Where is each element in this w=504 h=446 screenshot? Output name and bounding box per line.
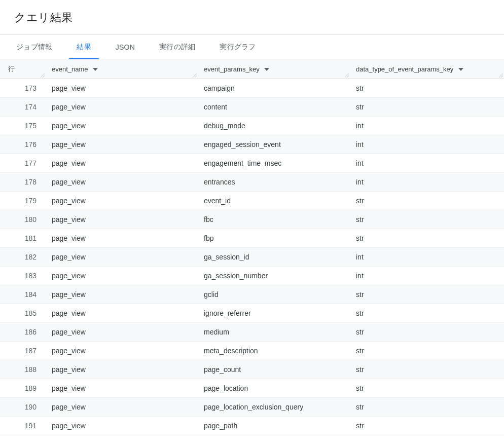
cell-data-type: int [350,267,504,285]
cell-data-type: str [350,323,504,342]
cell-data-type: str [350,417,504,435]
results-header: クエリ結果 [0,0,504,35]
tab-label: JSON [116,43,135,51]
cell-row-number: 176 [0,135,46,154]
table-row[interactable]: 188page_viewpage_countstr [0,360,504,379]
cell-event-name: page_view [46,192,198,210]
cell-data-type: str [350,285,504,304]
column-header-event-params-key[interactable]: event_params_key [198,59,350,79]
table-row[interactable]: 184page_viewgclidstr [0,285,504,304]
cell-event-params-key: page_location [198,379,350,398]
cell-row-number: 174 [0,98,46,117]
cell-data-type: str [350,360,504,379]
cell-event-name: page_view [46,79,198,98]
table-row[interactable]: 181page_viewfbpstr [0,229,504,248]
cell-event-name: page_view [46,417,198,435]
cell-row-number: 181 [0,229,46,248]
cell-row-number: 182 [0,248,46,267]
cell-row-number: 186 [0,323,46,342]
resize-handle-icon[interactable] [192,72,197,78]
cell-row-number: 189 [0,379,46,398]
cell-event-name: page_view [46,117,198,135]
table-row[interactable]: 178page_viewentrancesint [0,173,504,192]
table-row[interactable]: 180page_viewfbcstr [0,210,504,229]
table-body: 173page_viewcampaignstr174page_viewconte… [0,79,504,435]
tab-4[interactable]: 実行グラフ [211,35,264,59]
cell-row-number: 188 [0,360,46,379]
cell-row-number: 177 [0,154,46,173]
cell-data-type: str [350,342,504,360]
tab-0[interactable]: ジョブ情報 [8,35,60,59]
tab-label: 結果 [77,43,91,52]
table-row[interactable]: 176page_viewengaged_session_eventint [0,135,504,154]
table-row[interactable]: 177page_viewengagement_time_msecint [0,154,504,173]
resize-handle-icon[interactable] [344,72,349,78]
table-row[interactable]: 183page_viewga_session_numberint [0,267,504,285]
cell-event-name: page_view [46,342,198,360]
cell-data-type: int [350,154,504,173]
cell-row-number: 187 [0,342,46,360]
cell-data-type: str [350,98,504,117]
cell-event-name: page_view [46,229,198,248]
cell-event-params-key: medium [198,323,350,342]
column-header-row-number[interactable]: 行 [0,59,46,79]
cell-row-number: 179 [0,192,46,210]
cell-event-name: page_view [46,173,198,192]
cell-row-number: 173 [0,79,46,98]
cell-event-name: page_view [46,323,198,342]
tab-3[interactable]: 実行の詳細 [151,35,203,59]
cell-row-number: 191 [0,417,46,435]
table-row[interactable]: 173page_viewcampaignstr [0,79,504,98]
column-header-data-type[interactable]: data_type_of_event_params_key [350,59,504,79]
table-row[interactable]: 190page_viewpage_location_exclusion_quer… [0,398,504,417]
tab-1[interactable]: 結果 [68,35,99,59]
column-label: data_type_of_event_params_key [356,65,453,73]
tab-bar: ジョブ情報結果JSON実行の詳細実行グラフ [0,35,504,59]
cell-event-name: page_view [46,154,198,173]
cell-data-type: int [350,248,504,267]
cell-event-params-key: entrances [198,173,350,192]
cell-row-number: 184 [0,285,46,304]
cell-data-type: str [350,398,504,417]
cell-event-params-key: debug_mode [198,117,350,135]
cell-event-params-key: engagement_time_msec [198,154,350,173]
cell-event-name: page_view [46,360,198,379]
table-row[interactable]: 189page_viewpage_locationstr [0,379,504,398]
table-row[interactable]: 187page_viewmeta_descriptionstr [0,342,504,360]
table-row[interactable]: 179page_viewevent_idstr [0,192,504,210]
table-row[interactable]: 186page_viewmediumstr [0,323,504,342]
column-label: 行 [8,65,15,72]
cell-event-name: page_view [46,379,198,398]
cell-event-params-key: page_location_exclusion_query [198,398,350,417]
table-row[interactable]: 182page_viewga_session_idint [0,248,504,267]
table-row[interactable]: 175page_viewdebug_modeint [0,117,504,135]
cell-event-params-key: page_path [198,417,350,435]
cell-event-params-key: campaign [198,79,350,98]
tab-2[interactable]: JSON [107,35,143,59]
cell-data-type: str [350,379,504,398]
cell-event-params-key: page_count [198,360,350,379]
column-label: event_name [52,65,88,73]
cell-data-type: int [350,117,504,135]
column-header-event-name[interactable]: event_name [46,59,198,79]
cell-event-params-key: event_id [198,192,350,210]
table-header-row: 行 event_name event_params_key [0,59,504,79]
cell-event-name: page_view [46,98,198,117]
table-row[interactable]: 174page_viewcontentstr [0,98,504,117]
cell-data-type: int [350,173,504,192]
cell-data-type: str [350,229,504,248]
cell-event-params-key: content [198,98,350,117]
resize-handle-icon[interactable] [498,72,503,78]
sort-dropdown-icon[interactable] [458,68,463,71]
cell-row-number: 183 [0,267,46,285]
cell-row-number: 190 [0,398,46,417]
cell-event-name: page_view [46,248,198,267]
table-row[interactable]: 185page_viewignore_referrerstr [0,304,504,323]
table-row[interactable]: 191page_viewpage_pathstr [0,417,504,435]
sort-dropdown-icon[interactable] [93,68,98,71]
sort-dropdown-icon[interactable] [264,68,269,71]
cell-event-params-key: engaged_session_event [198,135,350,154]
cell-event-params-key: meta_description [198,342,350,360]
page-title: クエリ結果 [14,10,492,25]
resize-handle-icon[interactable] [40,72,45,78]
